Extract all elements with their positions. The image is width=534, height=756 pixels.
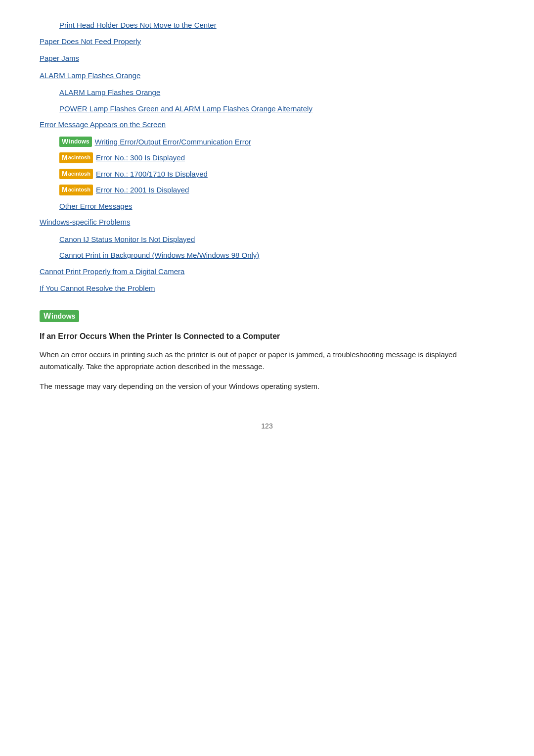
mac-badge-letter: M	[62, 153, 68, 163]
link-cannot-print-camera[interactable]: Cannot Print Properly from a Digital Cam…	[40, 266, 184, 278]
nav-list: Print Head Holder Does Not Move to the C…	[40, 20, 494, 294]
nav-item-writing-error: W indows Writing Error/Output Error/Comm…	[59, 137, 494, 148]
windows-badge-standalone-text: indows	[51, 312, 75, 320]
windows-badge-standalone: W indows	[40, 310, 79, 322]
nav-item-cannot-print-camera: Cannot Print Properly from a Digital Cam…	[40, 266, 494, 278]
link-writing-error[interactable]: Writing Error/Output Error/Communication…	[95, 137, 251, 148]
section-heading: If an Error Occurs When the Printer Is C…	[40, 332, 494, 341]
section-content: If an Error Occurs When the Printer Is C…	[40, 332, 494, 392]
windows-badge-text: indows	[69, 138, 89, 146]
nav-item-error-300: M acintosh Error No.: 300 Is Displayed	[59, 152, 494, 164]
nav-item-error-1700: M acintosh Error No.: 1700/1710 Is Displ…	[59, 169, 494, 180]
mac-badge-letter: M	[62, 169, 68, 179]
nav-item-print-head-holder: Print Head Holder Does Not Move to the C…	[59, 20, 494, 31]
mac-badge-text: acintosh	[68, 170, 90, 178]
link-error-1700[interactable]: Error No.: 1700/1710 Is Displayed	[96, 169, 208, 180]
link-error-2001[interactable]: Error No.: 2001 Is Displayed	[96, 185, 189, 196]
link-alarm-lamp-sub[interactable]: ALARM Lamp Flashes Orange	[59, 87, 160, 98]
link-alarm-lamp[interactable]: ALARM Lamp Flashes Orange	[40, 70, 140, 82]
section-paragraph-1: When an error occurs in printing such as…	[40, 349, 494, 373]
nav-item-other-errors: Other Error Messages	[59, 201, 494, 212]
link-power-lamp[interactable]: POWER Lamp Flashes Green and ALARM Lamp …	[59, 103, 312, 115]
nav-item-cannot-resolve: If You Cannot Resolve the Problem	[40, 283, 494, 294]
link-error-300[interactable]: Error No.: 300 Is Displayed	[96, 152, 185, 164]
mac-badge-text: acintosh	[68, 154, 90, 161]
windows-badge: W indows	[59, 137, 92, 147]
link-cannot-print-bg[interactable]: Cannot Print in Background (Windows Me/W…	[59, 250, 259, 261]
mac-badge-2001: M acintosh	[59, 185, 93, 195]
link-print-head-holder[interactable]: Print Head Holder Does Not Move to the C…	[59, 20, 217, 31]
windows-badge-letter: W	[62, 137, 68, 147]
nav-item-error-message: Error Message Appears on the Screen	[40, 119, 494, 131]
nav-item-paper-not-feed: Paper Does Not Feed Properly	[40, 36, 494, 47]
link-paper-not-feed[interactable]: Paper Does Not Feed Properly	[40, 36, 141, 47]
nav-item-paper-jams: Paper Jams	[40, 53, 494, 64]
mac-badge-text: acintosh	[68, 186, 90, 193]
nav-item-windows-problems: Windows-specific Problems	[40, 217, 494, 228]
section-paragraph-2: The message may vary depending on the ve…	[40, 380, 494, 392]
link-error-message[interactable]: Error Message Appears on the Screen	[40, 119, 166, 131]
windows-badge-standalone-w: W	[44, 312, 51, 321]
link-windows-problems[interactable]: Windows-specific Problems	[40, 217, 130, 228]
link-cannot-resolve[interactable]: If You Cannot Resolve the Problem	[40, 283, 155, 294]
link-paper-jams[interactable]: Paper Jams	[40, 53, 79, 64]
link-other-errors[interactable]: Other Error Messages	[59, 201, 133, 212]
page-number: 123	[40, 422, 494, 430]
nav-item-alarm-lamp: ALARM Lamp Flashes Orange	[40, 70, 494, 82]
nav-item-power-lamp: POWER Lamp Flashes Green and ALARM Lamp …	[59, 103, 494, 115]
nav-item-canon-ij-status: Canon IJ Status Monitor Is Not Displayed	[59, 234, 494, 245]
mac-badge-letter: M	[62, 185, 68, 195]
mac-badge-300: M acintosh	[59, 152, 93, 163]
nav-item-error-2001: M acintosh Error No.: 2001 Is Displayed	[59, 185, 494, 196]
nav-item-cannot-print-bg: Cannot Print in Background (Windows Me/W…	[59, 250, 494, 261]
nav-item-alarm-lamp-sub: ALARM Lamp Flashes Orange	[59, 87, 494, 98]
link-canon-ij-status[interactable]: Canon IJ Status Monitor Is Not Displayed	[59, 234, 195, 245]
mac-badge-1700: M acintosh	[59, 169, 93, 180]
